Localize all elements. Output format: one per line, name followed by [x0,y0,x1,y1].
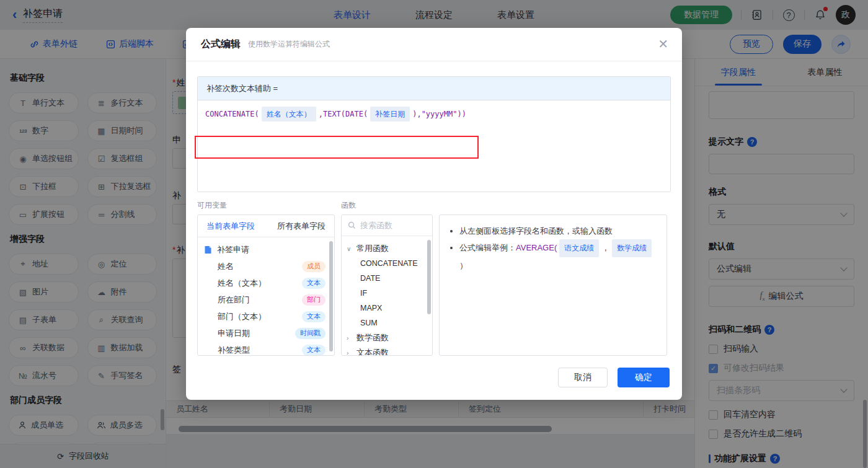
variable-item[interactable]: 所在部门部门 [198,291,334,308]
function-item[interactable]: IF [347,286,427,301]
variable-label: 申请日期 [218,328,250,339]
chevron-down-icon: ∨ [347,245,353,252]
variables-panel: 当前表单字段 所有表单字段 补签申请姓名成员姓名（文本）文本所在部门部门部门（文… [197,214,335,356]
modal-header: 公式编辑 使用数学运算符编辑公式 ✕ [186,28,682,61]
function-search-input[interactable] [360,221,422,230]
variable-item[interactable]: 姓名（文本）文本 [198,275,334,291]
variables-root[interactable]: 补签申请 [198,241,334,258]
variable-item[interactable]: 姓名成员 [198,258,334,275]
field-type-badge: 文本 [302,278,326,289]
function-item[interactable]: DATE [347,271,427,286]
variable-label: 姓名（文本） [218,278,266,289]
function-item[interactable]: MAPX [347,301,427,316]
form-doc-icon [204,245,213,254]
function-item[interactable]: SUM [347,316,427,330]
field-type-badge: 成员 [302,261,326,272]
formula-target: 补签次数文本辅助 = [198,77,670,100]
functions-tree: ∨常用函数CONCATENATEDATEIFMAPXSUM›数学函数›文本函数 [342,236,432,356]
variables-root-label: 补签申请 [217,244,249,255]
function-group[interactable]: ∨常用函数 [347,241,427,256]
variables-list: 补签申请姓名成员姓名（文本）文本所在部门部门部门（文本）文本申请日期时间戳补签类… [198,237,334,356]
variable-item[interactable]: 申请日期时间戳 [198,325,334,342]
formula-text: ） [459,261,467,270]
formula-text: AVERAGE( [516,243,557,252]
formula-text: CONCATENATE( [205,110,259,118]
tip-line: 公式编辑举例：AVERAGE(语文成绩，数学成绩） [459,239,657,274]
field-type-badge: 文本 [302,311,326,322]
formula-editor-modal: 公式编辑 使用数学运算符编辑公式 ✕ 补签次数文本辅助 = CONCATENAT… [186,28,682,400]
tab-current-form-fields[interactable]: 当前表单字段 [206,221,255,232]
tip-line: 从左侧面板选择字段名和函数，或输入函数 [459,223,657,239]
vars-label: 可用变量 [197,200,341,211]
formula-input[interactable]: CONCATENATE(姓名（文本）,TEXT(DATE(补签日期),"yyyy… [198,100,670,192]
function-group-label: 文本函数 [356,347,389,356]
app-root: ‹ 补签申请 表单设计流程设定表单设置 数据管理 ? 政 [0,0,868,468]
variable-item[interactable]: 补签类型文本 [198,342,334,356]
columns: 当前表单字段 所有表单字段 补签申请姓名成员姓名（文本）文本所在部门部门部门（文… [197,214,671,356]
variable-label: 部门（文本） [218,311,266,322]
variables-scrollbar[interactable] [329,241,333,351]
column-labels: 可用变量 函数 [197,200,671,211]
function-group[interactable]: ›文本函数 [347,345,427,356]
close-icon[interactable]: ✕ [658,37,668,51]
formula-text: ,TEXT(DATE( [319,110,368,118]
cancel-button[interactable]: 取消 [558,368,608,387]
formula-text: ),"yyyyMM")) [412,110,466,118]
chevron-right-icon: › [347,335,353,342]
formula-text: ， [601,243,609,252]
field-type-badge: 文本 [302,345,326,356]
variable-label: 所在部门 [218,294,250,306]
modal-body: 补签次数文本辅助 = CONCATENATE(姓名（文本）,TEXT(DATE(… [186,61,682,356]
formula-editor: 补签次数文本辅助 = CONCATENATE(姓名（文本）,TEXT(DATE(… [197,76,671,192]
field-chip[interactable]: 姓名（文本） [262,107,316,121]
modal-footer: 取消 确定 [558,368,670,387]
field-chip[interactable]: 语文成绩 [559,239,599,257]
variable-label: 补签类型 [218,345,250,356]
modal-title: 公式编辑 [201,38,241,51]
chevron-right-icon: › [347,350,353,356]
function-item[interactable]: CONCATENATE [347,256,427,271]
variable-item[interactable]: 部门（文本）文本 [198,308,334,325]
confirm-button[interactable]: 确定 [618,368,670,387]
field-chip[interactable]: 数学成绩 [612,239,652,257]
variable-label: 姓名 [218,261,234,272]
tips-panel: 从左侧面板选择字段名和函数，或输入函数 公式编辑举例：AVERAGE(语文成绩，… [439,214,667,356]
formula-text: 公式编辑举例： [459,243,516,252]
tab-all-form-fields[interactable]: 所有表单字段 [277,221,326,232]
function-group[interactable]: ›数学函数 [347,330,427,345]
functions-panel: ∨常用函数CONCATENATEDATEIFMAPXSUM›数学函数›文本函数 [341,214,433,356]
field-type-badge: 时间戳 [295,328,326,339]
function-group-label: 常用函数 [356,243,389,254]
field-type-badge: 部门 [302,294,326,306]
search-icon [348,221,356,229]
function-group-label: 数学函数 [356,332,389,343]
modal-subtitle: 使用数学运算符编辑公式 [248,39,330,50]
functions-scrollbar[interactable] [427,240,431,314]
functions-label: 函数 [341,200,356,211]
variables-tabs: 当前表单字段 所有表单字段 [198,215,334,237]
function-search[interactable] [342,215,432,236]
field-chip[interactable]: 补签日期 [370,107,410,121]
